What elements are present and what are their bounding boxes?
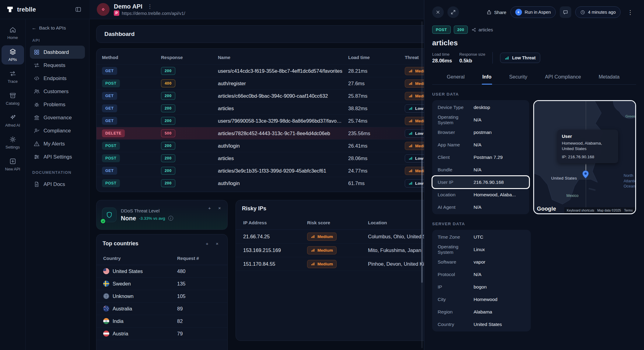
signal-bars-icon (408, 119, 413, 123)
sidebar-item-requests[interactable]: Requests (30, 59, 85, 72)
treblle-logo[interactable]: treblle (6, 5, 36, 13)
countries-table-header: Country Request # (96, 252, 227, 265)
close-panel-button[interactable] (432, 6, 444, 18)
sidebar: ← Back to APIs API Dashboard Requests En… (26, 19, 89, 350)
clock-icon (580, 10, 585, 15)
widget-add-button[interactable]: + (205, 204, 214, 212)
sidebar-item-api-docs[interactable]: API Docs (30, 178, 85, 191)
back-link-label: Back to APIs (39, 25, 66, 31)
list-item[interactable]: Sweden 135 (96, 278, 227, 290)
tab-general[interactable]: General (446, 70, 465, 84)
run-in-aspen-button[interactable]: Run in Aspen (510, 6, 556, 18)
sidebar-item-my-alerts[interactable]: My Alerts (30, 137, 85, 150)
tab-info[interactable]: Info (482, 70, 492, 84)
list-item[interactable]: Unknown 105 (96, 290, 227, 303)
user-location-map[interactable]: United States Mexico North Atlantic Ocea… (533, 100, 636, 214)
austria-flag-icon (103, 331, 109, 337)
table-row[interactable]: GET 200 users/79690058-13ce-32f9-98dc-8a… (96, 114, 449, 127)
rail-item-trace[interactable]: Trace (2, 67, 24, 86)
back-to-apis-link[interactable]: ← Back to APIs (32, 25, 83, 31)
response-badge: 200 (161, 92, 175, 100)
table-row[interactable]: GET 200 articles 38.82ms Low (96, 102, 449, 114)
list-item[interactable]: Australia 89 (96, 303, 227, 315)
sidebar-section-api: API (32, 38, 82, 43)
table-row-selected[interactable]: DELETE 500 articles/7828c452-4443-313c-9… (96, 127, 449, 139)
table-row[interactable]: GET 200 users/c414cdc3-f619-355e-8bc7-4e… (96, 65, 449, 77)
sidebar-item-governance[interactable]: Governance (30, 111, 85, 124)
comments-button[interactable] (560, 6, 571, 18)
tab-metadata[interactable]: Metadata (598, 70, 620, 84)
response-badge: 200 (161, 117, 175, 125)
brand-name: treblle (17, 6, 36, 13)
tab-security[interactable]: Security (509, 70, 528, 84)
request-name: articles/7828c452-4443-313c-9c71-8ee4d4d… (218, 131, 348, 136)
endpoint-crumb[interactable]: articles (471, 27, 493, 32)
expand-panel-button[interactable] (447, 6, 459, 18)
ddos-level-value: None (121, 215, 136, 222)
country-name: Sweden (113, 281, 131, 287)
table-row[interactable]: GET 200 articles/3e9c1b35-1f33-399d-9209… (96, 164, 449, 177)
col-requests: Request # (177, 256, 221, 261)
request-count: 135 (177, 281, 221, 287)
threat-badge: Low Threat (500, 53, 540, 63)
widget-close-button[interactable]: × (213, 240, 221, 248)
api-menu-button[interactable]: ⋮ (146, 3, 154, 10)
sidebar-item-problems[interactable]: Problems (30, 98, 85, 111)
col-ip-address: IP Address (243, 220, 307, 225)
rail-item-home[interactable]: Home (2, 23, 24, 43)
collapse-sidebar-button[interactable] (73, 4, 83, 15)
panel-menu-button[interactable]: ⋮ (625, 6, 636, 18)
main-scrollbar[interactable] (421, 21, 423, 348)
list-item[interactable]: 151.170.84.55 Medium Pinhoe, Devon, Unit… (236, 257, 445, 271)
widget-close-button[interactable]: × (215, 204, 224, 212)
map-label-ocean: North Atlantic Ocean (624, 173, 636, 189)
risk-badge: Medium (307, 246, 337, 254)
sidebar-section-documentation: DOCUMENTATION (32, 170, 82, 175)
list-item[interactable]: 21.66.74.25 Medium Columbus, Ohio, Unite… (236, 230, 445, 243)
sidebar-item-dashboard[interactable]: Dashboard (30, 46, 85, 59)
map-attribution: Keyboard shortcuts Map data ©2025 Terms (564, 207, 635, 213)
last-updated-pill[interactable]: 4 minutes ago (575, 6, 621, 18)
sidebar-item-compliance[interactable]: Compliance (30, 124, 85, 137)
kv-row-user-ip-highlighted[interactable]: User IP216.76.90.168 (432, 176, 529, 188)
rail-item-apis[interactable]: APIs (2, 45, 24, 65)
table-row[interactable]: POST 200 auth/login 26.41ms Medium (96, 139, 449, 152)
map-pin-icon[interactable] (581, 170, 590, 179)
scrollbar-thumb[interactable] (421, 159, 423, 283)
rail-item-new-api[interactable]: New API (2, 155, 24, 174)
tooltip-title: User (562, 134, 614, 139)
rail-item-alfred-ai[interactable]: Alfred AI (2, 111, 24, 130)
table-row[interactable]: POST 200 articles 28.06ms Low (96, 152, 449, 164)
tab-api-compliance[interactable]: API Compliance (544, 70, 582, 84)
share-button[interactable]: Share (486, 9, 506, 15)
api-base-url[interactable]: https://demo.treblle.com/api/v1/ (122, 11, 185, 16)
load-time: 38.82ms (348, 106, 405, 111)
widget-add-button[interactable]: + (203, 240, 211, 248)
info-icon[interactable]: i (168, 216, 173, 221)
sidebar-item-endpoints[interactable]: Endpoints (30, 72, 85, 85)
sidebar-item-label: Dashboard (44, 49, 69, 55)
signal-bars-icon (311, 234, 315, 239)
rail-item-catalog[interactable]: Catalog (2, 89, 24, 108)
sidebar-item-api-settings[interactable]: API Settings (30, 150, 85, 163)
expand-icon (450, 9, 456, 15)
method-badge: GET (102, 92, 117, 100)
landmark-icon (33, 114, 40, 121)
rail-item-label: Home (7, 35, 18, 40)
list-item[interactable]: 153.169.215.169 Medium Mito, Fukushima, … (236, 243, 445, 257)
table-row[interactable]: POST 200 auth/login 61.7ms Low (96, 177, 449, 189)
tooltip-address-line1: Homewood, Alabama, (562, 141, 614, 146)
list-item[interactable]: India 82 (96, 315, 227, 327)
response-badge: 200 (161, 67, 175, 75)
sidebar-item-customers[interactable]: Customers (30, 85, 85, 98)
list-item[interactable]: Austria 79 (96, 327, 227, 340)
rail-item-settings[interactable]: Settings (2, 133, 24, 152)
signal-bars-icon (408, 94, 413, 98)
terms-link[interactable]: Terms (624, 208, 633, 212)
table-row[interactable]: POST 400 auth/register 27.6ms Medium (96, 77, 449, 89)
keyboard-shortcuts-link[interactable]: Keyboard shortcuts (567, 208, 594, 212)
signal-bars-icon (408, 144, 413, 148)
google-logo[interactable]: Google (537, 206, 556, 212)
table-row[interactable]: GET 200 articles/c66ec0bd-9bac-394c-9090… (96, 89, 449, 102)
list-item[interactable]: United States 480 (96, 265, 227, 278)
